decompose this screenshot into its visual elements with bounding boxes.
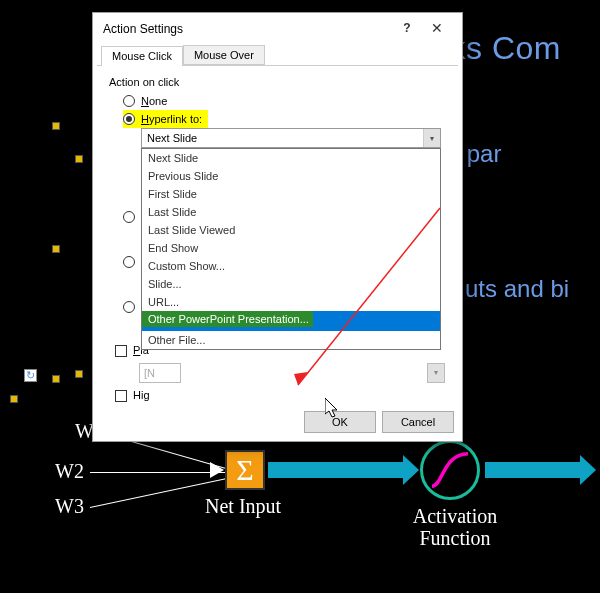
selection-handle[interactable] xyxy=(52,245,60,253)
hyperlink-target-combo[interactable]: Next Slide ▾ xyxy=(141,128,441,148)
dialog-title: Action Settings xyxy=(103,22,392,36)
cancel-button[interactable]: Cancel xyxy=(382,411,454,433)
checkbox-play-sound[interactable] xyxy=(115,345,127,357)
selection-handle[interactable] xyxy=(75,370,83,378)
action-settings-dialog: Action Settings ? ✕ Mouse Click Mouse Ov… xyxy=(92,12,463,442)
dd-item-custom-show[interactable]: Custom Show... xyxy=(142,257,440,275)
chevron-down-icon[interactable]: ▾ xyxy=(423,129,440,147)
tab-strip: Mouse Click Mouse Over xyxy=(97,45,458,66)
arrow-to-activation xyxy=(268,462,403,478)
sound-combo-partial[interactable]: [N xyxy=(139,363,181,383)
radio-icon xyxy=(123,95,135,107)
sigma-node: Σ xyxy=(225,450,265,490)
radio-hyperlink-to[interactable]: Hyperlink to: xyxy=(123,110,208,128)
selection-handle[interactable] xyxy=(75,155,83,163)
slide-text-line2: uts and bi xyxy=(465,275,569,303)
sound-combo-chevron-icon[interactable]: ▾ xyxy=(427,363,445,383)
dd-item-end-show[interactable]: End Show xyxy=(142,239,440,257)
radio-label: None xyxy=(141,95,167,107)
radio-icon xyxy=(123,113,135,125)
selection-handle[interactable] xyxy=(52,375,60,383)
combo-value: Next Slide xyxy=(147,132,197,144)
radio-run-macro-icon[interactable] xyxy=(123,256,135,268)
dd-item-next-slide[interactable]: Next Slide xyxy=(142,149,440,167)
radio-label: Hyperlink to: xyxy=(141,113,202,125)
close-button[interactable]: ✕ xyxy=(422,17,452,41)
help-button[interactable]: ? xyxy=(392,17,422,41)
group-action-on-click: Action on click xyxy=(93,66,462,92)
weight-label-w2: W2 xyxy=(55,460,84,483)
svg-marker-0 xyxy=(210,462,224,478)
arrow-output xyxy=(485,462,580,478)
activation-node xyxy=(420,440,480,500)
weight-label-w3: W3 xyxy=(55,495,84,518)
net-input-label: Net Input xyxy=(205,495,281,518)
tab-mouse-click[interactable]: Mouse Click xyxy=(101,46,183,66)
dd-item-previous-slide[interactable]: Previous Slide xyxy=(142,167,440,185)
tab-mouse-over[interactable]: Mouse Over xyxy=(183,45,265,65)
radio-run-program-icon[interactable] xyxy=(123,211,135,223)
dd-item-url[interactable]: URL... xyxy=(142,293,440,311)
radio-none[interactable]: None xyxy=(93,92,462,110)
ok-button[interactable]: OK xyxy=(304,411,376,433)
dialog-titlebar[interactable]: Action Settings ? ✕ xyxy=(93,13,462,45)
dd-item-slide[interactable]: Slide... xyxy=(142,275,440,293)
dd-item-other-file[interactable]: Other File... xyxy=(142,331,440,349)
hyperlink-dropdown: Next Slide Previous Slide First Slide La… xyxy=(141,148,441,350)
dd-item-first-slide[interactable]: First Slide xyxy=(142,185,440,203)
selection-handle[interactable] xyxy=(52,122,60,130)
w2-edge xyxy=(90,472,225,473)
selection-handle[interactable] xyxy=(10,395,18,403)
dd-item-other-ppt[interactable]: Other PowerPoint Presentation... xyxy=(142,311,440,331)
radio-object-action-icon[interactable] xyxy=(123,301,135,313)
dd-item-last-slide[interactable]: Last Slide xyxy=(142,203,440,221)
checkbox-highlight[interactable] xyxy=(115,390,127,402)
dd-item-last-slide-viewed[interactable]: Last Slide Viewed xyxy=(142,221,440,239)
activation-label: ActivationFunction xyxy=(405,505,505,549)
rotation-handle-icon[interactable]: ↻ xyxy=(24,369,37,382)
highlight-label-partial: Hig xyxy=(133,389,150,401)
